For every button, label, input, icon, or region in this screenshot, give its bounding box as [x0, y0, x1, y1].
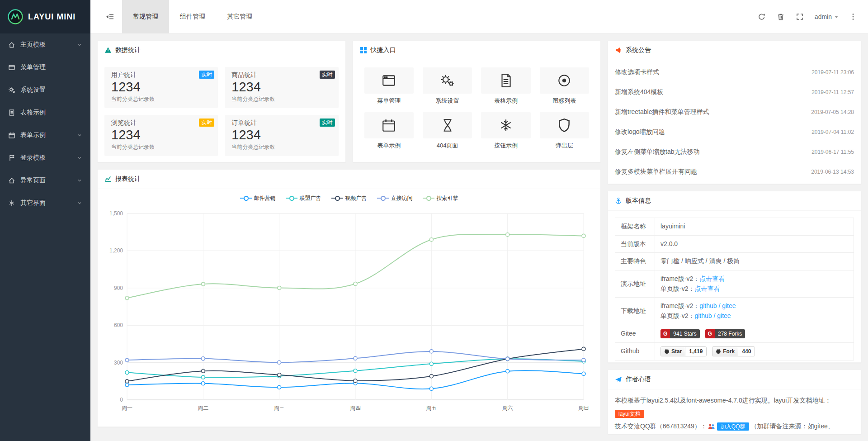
legend-marker	[423, 196, 434, 200]
sidebar-item-login-template[interactable]: 登录模板	[0, 147, 90, 169]
legend-item[interactable]: 搜索引擎	[423, 194, 458, 202]
sidebar-item-other-ui[interactable]: 其它界面	[0, 192, 90, 214]
quick-entry-menu-manage[interactable]: 菜单管理	[364, 67, 414, 105]
notice-item: 修复左侧菜单缩放tab无法移动 2019-06-17 11:55	[615, 142, 854, 162]
sidebar-item-label: 表单示例	[20, 131, 46, 139]
snowflake-icon	[481, 112, 530, 138]
tab-general-manage[interactable]: 常规管理	[122, 0, 169, 33]
card-header: 报表统计	[98, 170, 600, 189]
chevron-down-icon	[77, 133, 82, 138]
gitee-stars-badge[interactable]: G941 Stars	[660, 329, 700, 338]
dl-iframe-github-link[interactable]: github	[699, 302, 717, 309]
sidebar-item-form-demo[interactable]: 表单示例	[0, 124, 90, 147]
gitee-stars-count: 941 Stars	[670, 329, 699, 338]
warning-triangle-icon	[104, 47, 112, 54]
dl-single-github-link[interactable]: github	[694, 312, 712, 319]
dl-single-gitee-link[interactable]: gitee	[717, 312, 731, 319]
svg-text:900: 900	[114, 285, 123, 291]
notice-date: 2019-07-11 23:06	[811, 69, 854, 76]
tab-other-manage[interactable]: 其它管理	[216, 0, 263, 33]
chevron-down-icon	[835, 16, 838, 18]
row-label: 主要特色	[615, 253, 655, 270]
app-logo: LAYUI MINI	[0, 0, 90, 33]
logo-icon	[7, 9, 24, 25]
card-title: 作者心语	[626, 375, 651, 384]
top-header: 常规管理 组件管理 其它管理 admin	[90, 0, 868, 33]
header-actions: admin	[758, 13, 868, 21]
sidebar-collapse-button[interactable]	[98, 0, 122, 33]
stat-value: 1234	[111, 128, 211, 142]
flag-icon	[8, 154, 15, 161]
legend-marker	[377, 196, 389, 200]
notice-date: 2019-07-11 12:57	[811, 89, 854, 95]
line-chart-icon	[104, 175, 112, 183]
sidebar-item-error-pages[interactable]: 异常页面	[0, 169, 90, 192]
demo-single-prefix: 单页版-v2：	[660, 285, 694, 292]
calendar-icon	[8, 132, 15, 139]
clear-cache-trash-icon[interactable]	[777, 13, 785, 21]
quick-entry-table-demo[interactable]: 表格示例	[481, 67, 530, 105]
table-row: Gitee G941 Stars G278 Forks	[615, 325, 854, 342]
realtime-badge: 实时	[320, 119, 335, 127]
report-chart-card: 报表统计 邮件营销联盟广告视频广告直接访问搜索引擎 03006009001,20…	[97, 169, 601, 427]
stats-grid: 用户统计 1234 当前分类总记录数 实时 商品统计 1234 当前分类总记录数…	[98, 60, 345, 163]
legend-item[interactable]: 联盟广告	[286, 194, 321, 202]
dl-iframe-gitee-link[interactable]: gitee	[722, 302, 736, 309]
sidebar-item-table-demo[interactable]: 表格示例	[0, 101, 90, 124]
legend-item[interactable]: 视频广告	[331, 194, 367, 202]
sidebar-item-system-settings[interactable]: 系统设置	[0, 79, 90, 101]
card-header: 快捷入口	[353, 41, 601, 60]
gears-icon	[8, 86, 15, 94]
quick-entry-icon-list[interactable]: 图标列表	[540, 67, 589, 105]
notice-item: 修改选项卡样式 2019-07-11 23:06	[615, 62, 854, 82]
refresh-icon[interactable]	[758, 13, 766, 21]
join-qq-group-badge[interactable]: 加入QQ群	[717, 422, 749, 431]
grid-icon	[360, 47, 367, 54]
user-menu[interactable]: admin	[815, 13, 838, 20]
notice-text: 修改logo缩放问题	[615, 128, 665, 136]
sidebar-item-label: 主页模板	[20, 41, 46, 49]
tab-component-manage[interactable]: 组件管理	[169, 0, 216, 33]
logo-text: LAYUI MINI	[28, 12, 75, 22]
gitee-forks-badge[interactable]: G278 Forks	[705, 329, 745, 338]
chart-legend: 邮件营销联盟广告视频广告直接访问搜索引擎	[98, 189, 600, 207]
row-value: iframe版-v2：点击查看 单页版-v2：点击查看	[655, 270, 854, 298]
github-fork-badge[interactable]: Fork 440	[712, 346, 755, 356]
quick-entry-label: 404页面	[423, 142, 472, 150]
quick-entry-button-demo[interactable]: 按钮示例	[481, 112, 530, 150]
sidebar-item-label: 异常页面	[20, 176, 46, 185]
more-menu-icon[interactable]	[849, 13, 857, 21]
card-title: 版本信息	[626, 197, 651, 205]
paper-plane-icon	[615, 376, 622, 383]
quick-entry-label: 弹出层	[540, 142, 589, 150]
sidebar-item-label: 菜单管理	[20, 63, 46, 71]
card-header: 数据统计	[98, 41, 345, 60]
quick-entry-popup-layer[interactable]: 弹出层	[540, 112, 589, 150]
row-label: 演示地址	[615, 270, 655, 298]
window-icon	[364, 67, 414, 94]
demo-iframe-link[interactable]: 点击查看	[699, 275, 725, 282]
target-icon	[540, 67, 589, 94]
quick-entry-404-page[interactable]: 404页面	[423, 112, 472, 150]
legend-label: 视频广告	[345, 194, 367, 202]
sidebar-item-home-template[interactable]: 主页模板	[0, 33, 90, 56]
svg-text:周四: 周四	[350, 405, 361, 411]
card-title: 数据统计	[115, 46, 141, 54]
layui-doc-badge[interactable]: layui文档	[615, 410, 644, 418]
legend-item[interactable]: 邮件营销	[240, 194, 276, 202]
table-row: 主要特色 零门槛 / 响应式 / 清爽 / 极简	[615, 253, 854, 270]
svg-text:周一: 周一	[122, 405, 132, 411]
quick-entry-form-demo[interactable]: 表单示例	[364, 112, 414, 150]
link-separator: /	[712, 312, 717, 319]
sidebar-item-menu-manage[interactable]: 菜单管理	[0, 56, 90, 79]
legend-marker	[286, 196, 297, 200]
fullscreen-icon[interactable]	[796, 13, 804, 21]
quick-entry-label: 系统设置	[423, 97, 472, 105]
demo-single-link[interactable]: 点击查看	[694, 285, 720, 292]
github-star-badge[interactable]: Star 1,419	[660, 346, 707, 356]
home-icon	[8, 177, 15, 184]
quick-entry-system-settings[interactable]: 系统设置	[423, 67, 472, 105]
window-icon	[8, 64, 15, 71]
legend-item[interactable]: 直接访问	[377, 194, 413, 202]
sidebar-item-label: 表格示例	[20, 109, 46, 117]
